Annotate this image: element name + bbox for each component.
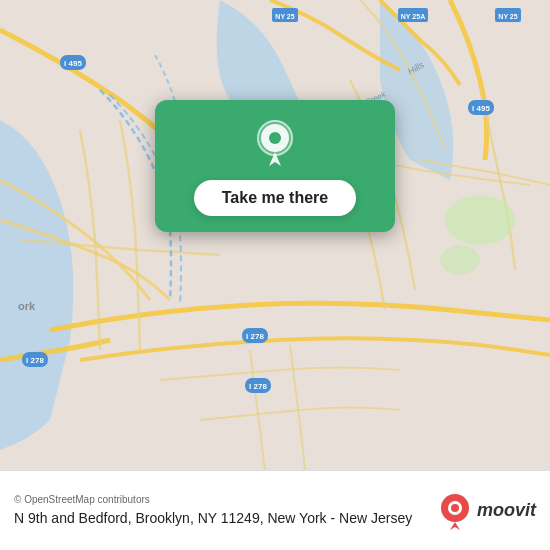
svg-text:I 495: I 495 bbox=[64, 59, 82, 68]
svg-text:NY 25A: NY 25A bbox=[401, 13, 425, 20]
moovit-logo: moovit bbox=[439, 492, 536, 530]
svg-point-28 bbox=[451, 504, 459, 512]
moovit-pin-icon bbox=[439, 492, 471, 530]
svg-text:ork: ork bbox=[18, 300, 36, 312]
svg-point-24 bbox=[269, 132, 281, 144]
moovit-brand-text: moovit bbox=[477, 500, 536, 521]
location-name: N 9th and Bedford, Brooklyn, NY 11249, N… bbox=[14, 509, 429, 527]
map-background: NY 25 NY 25A NY 25 I 495 I 495 I 278 I 2… bbox=[0, 0, 550, 470]
svg-text:I 495: I 495 bbox=[472, 104, 490, 113]
svg-text:I 278: I 278 bbox=[246, 332, 264, 341]
svg-point-20 bbox=[445, 195, 515, 245]
svg-point-21 bbox=[440, 245, 480, 275]
map-container: NY 25 NY 25A NY 25 I 495 I 495 I 278 I 2… bbox=[0, 0, 550, 470]
svg-text:I 278: I 278 bbox=[26, 356, 44, 365]
map-attribution: © OpenStreetMap contributors bbox=[14, 494, 429, 505]
popup-card: Take me there bbox=[155, 100, 395, 232]
take-me-there-button[interactable]: Take me there bbox=[194, 180, 356, 216]
info-bar: © OpenStreetMap contributors N 9th and B… bbox=[0, 470, 550, 550]
info-text-area: © OpenStreetMap contributors N 9th and B… bbox=[14, 494, 429, 527]
svg-text:NY 25: NY 25 bbox=[275, 13, 294, 20]
location-pin-icon bbox=[249, 118, 301, 170]
svg-text:NY 25: NY 25 bbox=[498, 13, 517, 20]
svg-text:I 278: I 278 bbox=[249, 382, 267, 391]
